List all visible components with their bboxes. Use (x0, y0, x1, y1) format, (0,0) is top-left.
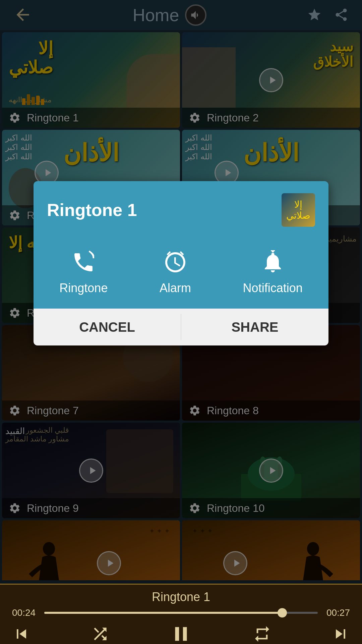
modal-thumbnail: إلاصلاتي (282, 193, 315, 227)
time-current: 00:24 (12, 607, 39, 618)
notification-action[interactable]: Notification (243, 249, 303, 295)
modal-footer: CANCEL SHARE (34, 309, 328, 345)
progress-container: 00:24 00:27 (12, 607, 350, 618)
progress-thumb (278, 608, 287, 618)
modal-title: Ringtone 1 (47, 200, 137, 220)
progress-bar[interactable] (44, 612, 318, 614)
skip-next-button[interactable] (331, 625, 350, 644)
progress-fill (44, 612, 282, 614)
ringtone-action[interactable]: Ringtone (59, 249, 108, 295)
modal-header: Ringtone 1 إلاصلاتي (34, 181, 328, 239)
shuffle-button[interactable] (91, 625, 110, 644)
notification-label: Notification (243, 281, 303, 295)
modal-actions: Ringtone Alarm Notification (34, 239, 328, 309)
time-total: 00:27 (323, 607, 350, 618)
modal-share-button[interactable]: SHARE (181, 309, 328, 345)
cancel-button[interactable]: CANCEL (34, 309, 181, 345)
alarm-label: Alarm (160, 281, 191, 295)
alarm-icon (162, 249, 189, 276)
ringtone-label: Ringtone (59, 281, 108, 295)
skip-previous-button[interactable] (12, 625, 31, 644)
player-controls (12, 622, 350, 644)
ringtone-icon (70, 249, 97, 276)
ringtone-options-modal: Ringtone 1 إلاصلاتي Ringtone (34, 181, 328, 345)
notification-icon (259, 249, 286, 276)
pause-button[interactable] (169, 622, 193, 644)
alarm-action[interactable]: Alarm (160, 249, 191, 295)
player-title: Ringtone 1 (12, 590, 350, 604)
repeat-button[interactable] (253, 625, 272, 644)
media-player: Ringtone 1 00:24 00:27 (0, 584, 362, 644)
